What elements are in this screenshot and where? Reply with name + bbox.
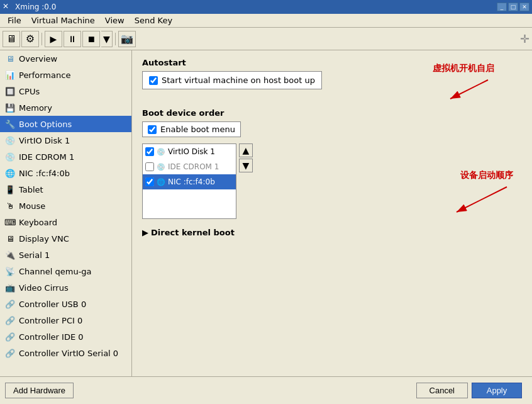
sidebar-label-performance: Performance bbox=[19, 70, 70, 80]
title-bar: ✕ Xming :0.0 _ □ ✕ bbox=[0, 0, 532, 14]
settings-icon: ⚙ bbox=[26, 33, 35, 45]
right-panel: Autostart Start virtual machine on host … bbox=[132, 50, 532, 376]
sidebar-label-controller-pci-0: Controller PCI 0 bbox=[19, 316, 82, 325]
device-label-ide-cdrom: IDE CDROM 1 bbox=[168, 162, 219, 171]
sidebar-label-cpus: CPUs bbox=[19, 87, 40, 96]
device-checkbox-nic[interactable] bbox=[145, 177, 154, 186]
device-label-virtio-disk: VirtIO Disk 1 bbox=[168, 147, 215, 156]
sidebar-item-keyboard[interactable]: ⌨ Keyboard bbox=[0, 214, 131, 230]
window-controls: _ □ ✕ bbox=[497, 3, 529, 11]
move-icon: ✛ bbox=[520, 32, 529, 45]
menu-send-key[interactable]: Send Key bbox=[130, 14, 177, 26]
sidebar-item-boot-options[interactable]: 🔧 Boot Options bbox=[0, 116, 131, 132]
toolbar-pause-btn[interactable]: ⏸ bbox=[64, 31, 81, 47]
device-checkbox-virtio-disk[interactable] bbox=[145, 147, 154, 156]
bottom-bar: Add Hardware Cancel Apply bbox=[0, 376, 532, 404]
sidebar-item-controller-usb-0[interactable]: 🔗 Controller USB 0 bbox=[0, 296, 131, 312]
device-list-item-virtio-disk[interactable]: 💿 VirtIO Disk 1 bbox=[143, 144, 236, 159]
sidebar-item-virtio-disk-1[interactable]: 💿 VirtIO Disk 1 bbox=[0, 132, 131, 149]
cpu-icon: 🔲 bbox=[5, 86, 15, 96]
sidebar-label-tablet: Tablet bbox=[19, 185, 43, 194]
toolbar-settings-btn[interactable]: ⚙ bbox=[21, 31, 39, 47]
toolbar-stop-btn[interactable]: ⏹ bbox=[82, 31, 100, 47]
tablet-icon: 📱 bbox=[5, 184, 15, 194]
display-icon: 🖥 bbox=[5, 233, 15, 244]
sidebar-item-nic[interactable]: 🌐 NIC :fc:f4:0b bbox=[0, 165, 131, 181]
sidebar-label-mouse: Mouse bbox=[19, 201, 45, 211]
device-list-item-ide-cdrom[interactable]: 💿 IDE CDROM 1 bbox=[143, 159, 236, 174]
minimize-button[interactable]: _ bbox=[497, 3, 507, 11]
svg-line-1 bbox=[450, 80, 488, 99]
toolbar: 🖥 ⚙ ▶ ⏸ ⏹ ▼ 📷 ✛ bbox=[0, 28, 532, 50]
sidebar-item-overview[interactable]: 🖥 Overview bbox=[0, 50, 131, 67]
down-arrow-icon: ▼ bbox=[243, 160, 250, 171]
cancel-button[interactable]: Cancel bbox=[416, 383, 468, 398]
controller-ide-icon: 🔗 bbox=[5, 332, 15, 342]
sidebar-item-cpus[interactable]: 🔲 CPUs bbox=[0, 83, 131, 99]
sidebar-label-keyboard: Keyboard bbox=[19, 218, 57, 227]
toolbar-dropdown-btn[interactable]: ▼ bbox=[101, 31, 113, 47]
controller-virtio-icon: 🔗 bbox=[5, 348, 15, 358]
device-list: 💿 VirtIO Disk 1 💿 IDE CDROM 1 🌐 NIC :fc:… bbox=[142, 143, 236, 219]
apply-button[interactable]: Apply bbox=[472, 383, 522, 398]
sidebar-item-controller-ide-0[interactable]: 🔗 Controller IDE 0 bbox=[0, 328, 131, 345]
pause-icon: ⏸ bbox=[68, 34, 77, 44]
action-buttons: Cancel Apply bbox=[416, 383, 527, 398]
sidebar-label-memory: Memory bbox=[19, 103, 52, 113]
order-buttons: ▲ ▼ bbox=[239, 143, 253, 172]
order-down-button[interactable]: ▼ bbox=[239, 159, 253, 172]
sidebar-label-video-cirrus: Video Cirrus bbox=[19, 283, 69, 293]
up-arrow-icon: ▲ bbox=[243, 145, 250, 155]
close-button[interactable]: ✕ bbox=[519, 3, 529, 11]
direct-kernel-boot-toggle[interactable]: ▶ Direct kernel boot bbox=[142, 228, 522, 237]
menu-view[interactable]: View bbox=[100, 14, 130, 26]
enable-boot-menu-label[interactable]: Enable boot menu bbox=[160, 125, 235, 134]
sidebar: 🖥 Overview 📊 Performance 🔲 CPUs 💾 Memory… bbox=[0, 50, 132, 376]
boot-device-order-title: Boot device order bbox=[142, 108, 522, 118]
device-checkbox-ide-cdrom[interactable] bbox=[145, 162, 154, 171]
chart-icon: 📊 bbox=[5, 70, 15, 80]
nic-icon-small: 🌐 bbox=[157, 178, 165, 186]
device-list-item-nic[interactable]: 🌐 NIC :fc:f4:0b bbox=[143, 174, 236, 189]
direct-kernel-boot-label: Direct kernel boot bbox=[151, 228, 235, 237]
toolbar-play-btn[interactable]: ▶ bbox=[45, 31, 62, 47]
enable-boot-menu-checkbox[interactable] bbox=[148, 125, 157, 134]
channel-icon: 📡 bbox=[5, 266, 15, 276]
menu-file[interactable]: File bbox=[3, 14, 26, 26]
sidebar-item-channel-qemu-ga[interactable]: 📡 Channel qemu-ga bbox=[0, 263, 131, 279]
maximize-button[interactable]: □ bbox=[508, 3, 518, 11]
sidebar-label-virtio-disk-1: VirtIO Disk 1 bbox=[19, 136, 70, 145]
autostart-label[interactable]: Start virtual machine on host boot up bbox=[162, 76, 315, 85]
sidebar-item-controller-virtio-serial-0[interactable]: 🔗 Controller VirtIO Serial 0 bbox=[0, 345, 131, 361]
boot-icon: 🔧 bbox=[5, 119, 15, 129]
sidebar-item-mouse[interactable]: 🖱 Mouse bbox=[0, 198, 131, 214]
sidebar-item-performance[interactable]: 📊 Performance bbox=[0, 67, 131, 83]
sidebar-label-boot-options: Boot Options bbox=[19, 120, 72, 129]
sidebar-label-channel-qemu-ga: Channel qemu-ga bbox=[19, 267, 92, 276]
add-hardware-button[interactable]: Add Hardware bbox=[5, 383, 74, 398]
menu-bar: File Virtual Machine View Send Key bbox=[0, 14, 532, 28]
autostart-checkbox[interactable] bbox=[149, 76, 158, 85]
toolbar-monitor-btn[interactable]: 🖥 bbox=[3, 31, 20, 47]
disk-icon-small: 💿 bbox=[157, 148, 165, 156]
sidebar-item-serial-1[interactable]: 🔌 Serial 1 bbox=[0, 247, 131, 263]
sidebar-item-memory[interactable]: 💾 Memory bbox=[0, 99, 131, 116]
sidebar-item-tablet[interactable]: 📱 Tablet bbox=[0, 181, 131, 198]
sidebar-item-display-vnc[interactable]: 🖥 Display VNC bbox=[0, 230, 131, 247]
play-icon: ▶ bbox=[50, 34, 57, 44]
toolbar-separator-1 bbox=[42, 33, 42, 45]
annotation-boot-order: 设备启动顺序 bbox=[450, 170, 513, 215]
keyboard-icon: ⌨ bbox=[5, 217, 15, 227]
sidebar-item-video-cirrus[interactable]: 📺 Video Cirrus bbox=[0, 279, 131, 296]
toolbar-snapshot-btn[interactable]: 📷 bbox=[118, 31, 136, 47]
annotation-boot-order-text: 设备启动顺序 bbox=[460, 170, 513, 181]
sidebar-label-ide-cdrom-1: IDE CDROM 1 bbox=[19, 152, 74, 162]
sidebar-item-controller-pci-0[interactable]: 🔗 Controller PCI 0 bbox=[0, 312, 131, 328]
arrow-boot-order bbox=[450, 184, 513, 215]
toolbar-separator-2 bbox=[115, 33, 116, 45]
disk-icon: 💿 bbox=[5, 135, 15, 145]
sidebar-item-ide-cdrom-1[interactable]: 💿 IDE CDROM 1 bbox=[0, 149, 131, 165]
menu-virtual-machine[interactable]: Virtual Machine bbox=[26, 14, 100, 26]
serial-icon: 🔌 bbox=[5, 250, 15, 260]
order-up-button[interactable]: ▲ bbox=[239, 143, 253, 157]
